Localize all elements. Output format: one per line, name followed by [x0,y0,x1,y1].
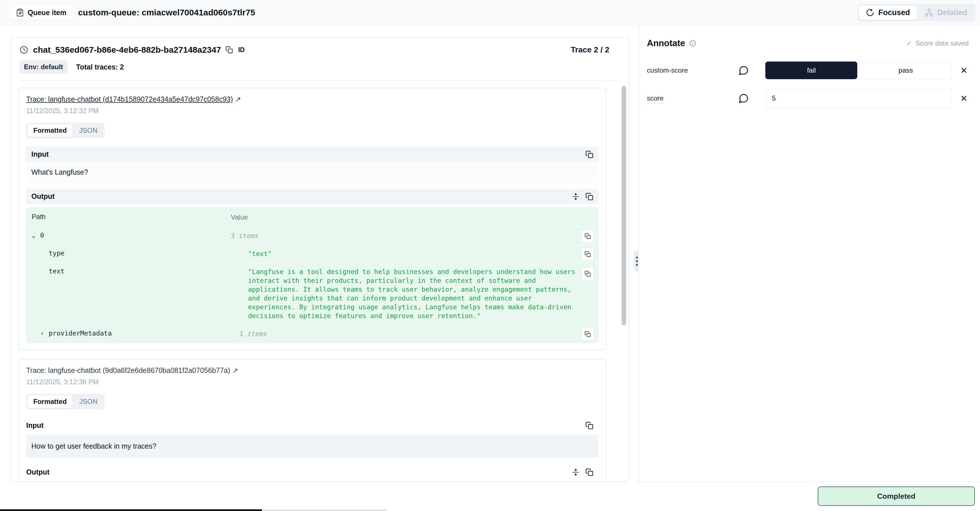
input-label-1: Input [31,150,49,158]
input-label-2: Input [26,421,44,430]
external-link-icon: ↗ [232,366,238,374]
bottom-edge-line [262,509,387,511]
queue-item-panel: chat_536ed067-b86e-4eb6-882b-ba27148a234… [10,37,629,482]
expand-output-button-1[interactable] [572,193,580,201]
comment-icon[interactable] [738,65,749,75]
trace-timestamp-1: 11/12/2025, 3:12:32 PM [26,107,598,115]
tab-formatted-2[interactable]: Formatted [28,395,72,408]
copy-output-button-1[interactable] [585,193,593,201]
input-section-1: Input What's Langfuse? [26,147,598,184]
input-value-1: What's Langfuse? [26,162,598,184]
chevron-right-icon[interactable]: › [40,330,49,337]
queue-item-badge: Queue item [10,5,72,20]
copy-row-button[interactable] [581,229,594,243]
footer-bar: Completed [0,482,980,511]
output-json-table-1: Path Value ⌄0 3 items type "tex [26,207,598,343]
copy-row-button[interactable] [581,328,594,341]
output-label-1: Output [31,192,55,201]
score-row-custom-score: custom-score fail pass ✕ [647,62,969,79]
delete-score-button[interactable]: ✕ [959,94,969,103]
clock-icon [19,45,29,54]
env-badge: Env: default [19,60,67,73]
value-column-header: Value [231,213,578,221]
output-section-1: Output [26,189,598,343]
focused-view-button[interactable]: Focused [859,5,917,20]
info-icon[interactable] [689,40,697,47]
path-column-header: Path [32,213,231,221]
score-row-score: score ✕ [647,89,969,108]
tab-json-2[interactable]: JSON [73,395,103,408]
clipboard-pen-icon [16,8,24,17]
queue-item-badge-label: Queue item [28,8,66,17]
score-label: score [647,94,664,103]
total-traces: Total traces: 2 [76,63,124,71]
format-tabs-2: Formatted JSON [26,394,105,409]
tree-icon [925,8,933,17]
expand-output-button-2[interactable] [572,468,580,476]
trace-counter: Trace 2 / 2 [571,45,609,54]
top-bar: Queue item custom-queue: cmiacwel70041ad… [0,0,980,25]
format-tabs-1: Formatted JSON [26,123,105,138]
traces-scroll-area: Trace: langfuse-chatbot (d174b1589072e43… [11,81,628,481]
check-icon: ✓ [906,39,912,47]
detailed-view-button[interactable]: Detailed [918,5,974,20]
output-label-2: Output [26,468,49,476]
save-status: ✓ Score data saved [906,39,969,47]
external-link-icon: ↗ [235,96,241,103]
table-row: type "text" [27,245,598,263]
annotate-title: Annotate [647,38,685,48]
score-option-fail[interactable]: fail [765,62,857,79]
view-toggle: Focused Detailed [858,4,975,21]
trace-card-1: Trace: langfuse-chatbot (d174b1589072e43… [18,88,606,350]
copy-input-button-2[interactable] [585,422,593,430]
table-row: ⌄0 3 items [27,227,598,245]
completed-button[interactable]: Completed [818,487,975,506]
input-value-2: How to get user feedback in my traces? [26,435,598,458]
output-section-2: Output [26,465,598,481]
table-row: text "Langfuse is a tool designed to hel… [27,263,598,325]
trace-card-2: Trace: langfuse-chatbot (9d0a6f2e6de8670… [18,359,606,481]
score-value-input[interactable] [765,89,952,108]
vertical-scrollbar[interactable] [622,86,626,325]
trace-link-1[interactable]: Trace: langfuse-chatbot (d174b1589072e43… [26,95,241,103]
bottom-edge-bar [0,509,262,511]
copy-output-button-2[interactable] [585,468,593,476]
tab-json-1[interactable]: JSON [73,124,103,137]
focus-icon [866,8,874,17]
delete-score-button[interactable]: ✕ [959,65,969,75]
detailed-view-label: Detailed [937,8,967,17]
queue-item-page: Queue item custom-queue: cmiacwel70041ad… [0,0,980,511]
trace-link-2[interactable]: Trace: langfuse-chatbot (9d0a6f2e6de8670… [26,366,238,374]
panel-header: chat_536ed067-b86e-4eb6-882b-ba27148a234… [11,38,628,81]
copy-row-button[interactable] [581,267,594,280]
page-title: custom-queue: cmiacwel70041ad060s7tlr75 [78,8,255,18]
tab-formatted-1[interactable]: Formatted [28,124,72,137]
input-section-2: Input How to get user feedback in my tra… [26,418,598,458]
item-title: chat_536ed067-b86e-4eb6-882b-ba27148a234… [33,45,221,55]
score-option-pass[interactable]: pass [859,62,951,79]
table-row: ›providerMetadata 1 items [27,325,598,343]
copy-input-button-1[interactable] [585,150,593,158]
focused-view-label: Focused [878,8,910,17]
annotate-panel: Annotate ✓ Score data saved custom-score… [639,25,980,482]
chevron-down-icon[interactable]: ⌄ [32,232,40,239]
id-label: ID [238,46,245,54]
copy-row-button[interactable] [581,248,594,261]
comment-icon[interactable] [738,93,749,103]
score-label: custom-score [647,66,688,74]
copy-id-button[interactable] [226,46,233,54]
trace-timestamp-2: 11/12/2025, 3:12:36 PM [26,378,598,386]
